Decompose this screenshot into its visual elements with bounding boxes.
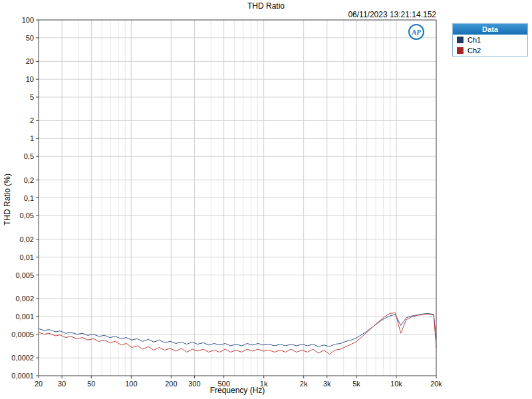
legend-swatch-ch2 — [457, 47, 464, 54]
trace-ch2 — [39, 313, 436, 354]
y-tick-label: 2 — [30, 116, 34, 124]
y-tick-label: 0,2 — [24, 176, 34, 184]
y-tick-label: 20 — [26, 57, 34, 65]
y-axis-label: THD Ratio (%) — [3, 106, 12, 293]
x-axis-label: Frequency (Hz) — [39, 386, 436, 395]
y-tick-label: 0,05 — [20, 211, 34, 219]
y-tick-label: 0,002 — [15, 295, 34, 303]
ap-logo-text: AP — [412, 28, 421, 36]
y-tick-label: 0,5 — [24, 152, 34, 160]
legend-panel: Data Ch1Ch2 — [452, 23, 528, 57]
legend-label: Ch2 — [467, 47, 481, 55]
y-tick-label: 0,0001 — [11, 372, 34, 380]
legend-items: Ch1Ch2 — [453, 35, 527, 56]
legend-item-ch2[interactable]: Ch2 — [453, 45, 527, 56]
y-tick-label: 0,02 — [20, 235, 34, 243]
y-tick-label: 0,005 — [15, 271, 34, 279]
y-tick-label: 0,1 — [24, 194, 34, 202]
y-tick-label: 5 — [30, 93, 34, 101]
y-tick-label: 0,001 — [15, 313, 34, 321]
legend-item-ch1[interactable]: Ch1 — [453, 35, 527, 45]
y-tick-label: 1 — [30, 134, 34, 142]
timestamp: 06/11/2023 13:21:14.152 — [237, 10, 436, 19]
legend-label: Ch1 — [467, 36, 481, 44]
y-tick-label: 100 — [22, 16, 34, 24]
legend-header[interactable]: Data — [453, 24, 527, 35]
ap-logo-icon: AP — [408, 24, 424, 40]
trace-ch1 — [39, 313, 436, 346]
y-tick-label: 0,0005 — [11, 331, 34, 338]
thd-ratio-graph-window: 2030501002003005001k2k3k5k10k20k10050201… — [0, 0, 532, 399]
y-tick-label: 0,0002 — [11, 354, 34, 362]
chart-title: THD Ratio — [0, 1, 532, 11]
plot-area[interactable]: 2030501002003005001k2k3k5k10k20k10050201… — [0, 0, 532, 399]
legend-swatch-ch1 — [457, 37, 464, 43]
y-tick-label: 50 — [26, 34, 34, 42]
y-tick-label: 10 — [26, 75, 34, 83]
y-tick-label: 0,01 — [20, 253, 34, 261]
